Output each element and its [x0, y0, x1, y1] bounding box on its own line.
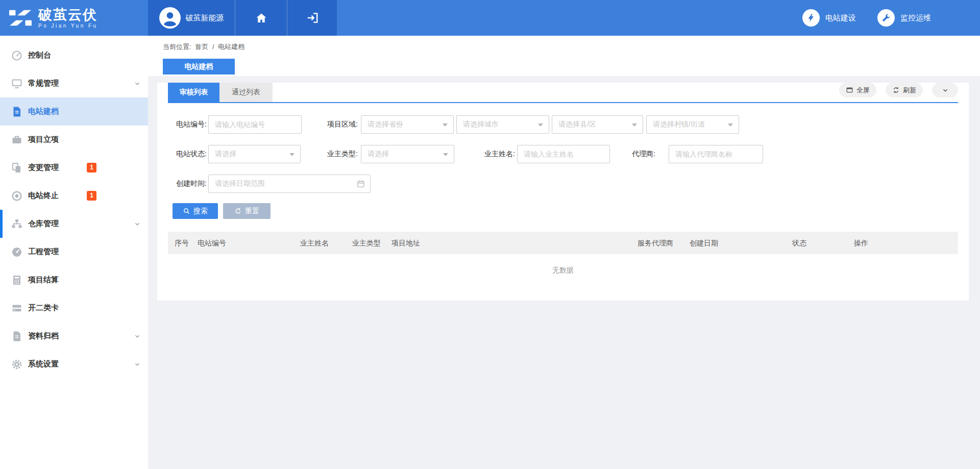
logo-mark-icon	[9, 7, 32, 29]
reset-label: 重置	[245, 207, 259, 216]
dashboard-icon	[11, 50, 23, 62]
sidebar-item-label: 资料归档	[28, 331, 59, 341]
archive-icon	[11, 330, 23, 342]
tab-review-list[interactable]: 审核列表	[168, 83, 219, 102]
search-label: 搜索	[193, 207, 208, 216]
col-owner-name: 业主姓名	[300, 232, 329, 254]
province-select[interactable]: 请选择省份	[361, 115, 454, 134]
fullscreen-icon	[846, 86, 853, 94]
sidebar-item-warehouse-mgmt[interactable]: 仓库管理	[0, 210, 148, 238]
sidebar-item-system-settings[interactable]: 系统设置	[0, 350, 148, 378]
col-address: 项目地址	[391, 232, 420, 254]
lightning-icon	[802, 9, 820, 27]
breadcrumb: 当前位置: 首页 / 电站建档	[163, 42, 980, 52]
date-range-input[interactable]: 请选择日期范围	[208, 175, 371, 193]
sidebar-item-change-mgmt[interactable]: 变更管理 1	[0, 154, 148, 182]
fullscreen-label: 全屏	[856, 86, 870, 95]
logout-button[interactable]	[287, 0, 337, 36]
reset-button[interactable]: 重置	[223, 203, 271, 219]
sidebar-item-general-mgmt[interactable]: 常规管理	[0, 69, 148, 97]
chevron-down-icon	[134, 333, 141, 340]
chevron-down-icon	[134, 361, 141, 368]
col-index: 序号	[175, 232, 189, 254]
home-button[interactable]	[235, 0, 287, 36]
station-terminate-badge: 1	[87, 191, 96, 201]
city-placeholder: 请选择城市	[463, 120, 499, 129]
sidebar-item-label: 控制台	[28, 51, 51, 60]
sidebar-item-project-initiation[interactable]: 项目立项	[0, 126, 148, 154]
city-select[interactable]: 请选择城市	[456, 115, 549, 134]
search-icon	[183, 207, 190, 215]
province-placeholder: 请选择省份	[368, 120, 403, 129]
collapse-button[interactable]	[932, 83, 958, 97]
owner-name-input[interactable]	[517, 145, 610, 163]
tab-bar: 审核列表 通过列表 全屏 刷新	[168, 83, 958, 103]
search-button[interactable]: 搜索	[173, 203, 218, 219]
empty-state: 无数据	[157, 254, 969, 275]
calendar-icon	[356, 179, 365, 188]
sidebar-item-label: 项目结算	[28, 275, 59, 285]
sidebar: 控制台 常规管理 电站建档 项目立项 变更管理 1	[0, 36, 148, 469]
station-status-select[interactable]: 请选择	[208, 145, 301, 163]
card-toolbar: 全屏 刷新	[839, 83, 958, 97]
col-station-no: 电站编号	[198, 232, 226, 254]
breadcrumb-home[interactable]: 首页	[195, 43, 208, 51]
sidebar-item-console[interactable]: 控制台	[0, 41, 148, 69]
town-select[interactable]: 请选择村镇/街道	[646, 115, 739, 134]
refresh-icon	[892, 86, 900, 94]
sitemap-icon	[11, 218, 23, 230]
refresh-button[interactable]: 刷新	[886, 83, 923, 97]
owner-type-placeholder: 请选择	[368, 150, 389, 159]
sidebar-item-label: 电站终止	[28, 191, 59, 201]
owner-type-label: 业主类型:	[301, 150, 358, 159]
owner-type-select[interactable]: 请选择	[361, 145, 454, 163]
user-menu[interactable]: 破茧新能源	[148, 0, 235, 36]
station-status-label: 电站状态:	[168, 150, 207, 159]
change-mgmt-badge: 1	[87, 163, 96, 172]
table-header: 序号 电站编号 业主姓名 业主类型 项目地址 服务代理商 创建日期 状态 操作	[168, 232, 958, 254]
reset-icon	[234, 207, 242, 215]
page-tab-station-archive[interactable]: 电站建档	[163, 59, 235, 75]
tab-passed-list[interactable]: 通过列表	[219, 83, 273, 102]
sidebar-item-label: 开二类卡	[28, 303, 59, 313]
agent-input[interactable]	[669, 145, 763, 163]
chevron-down-icon	[134, 220, 141, 228]
filter-row-1: 电站编号: 项目区域: 请选择省份 请选择城市 请选择县/区 请选择村镇/街道	[168, 115, 958, 134]
gauge-icon	[11, 246, 23, 258]
region-label: 项目区域:	[302, 120, 358, 129]
nav-station-build[interactable]: 电站建设	[802, 9, 856, 27]
sidebar-item-class2-card[interactable]: 开二类卡	[0, 294, 148, 322]
sidebar-item-engineering-mgmt[interactable]: 工程管理	[0, 238, 148, 266]
sidebar-item-station-terminate[interactable]: 电站终止 1	[0, 182, 148, 210]
filter-row-2: 电站状态: 请选择 业主类型: 请选择 业主姓名: 代理商:	[168, 145, 958, 163]
sidebar-item-label: 项目立项	[28, 135, 59, 144]
nav-monitor-ops-label: 监控运维	[900, 13, 931, 23]
main-content: 当前位置: 首页 / 电站建档 电站建档 审核列表 通过列表 全屏	[148, 36, 980, 469]
briefcase-icon	[11, 134, 23, 146]
breadcrumb-current: 电站建档	[218, 43, 244, 51]
files-icon	[11, 162, 23, 174]
logo: 破茧云伏 Po Jian Yun Fu	[0, 0, 148, 36]
sidebar-item-data-archive[interactable]: 资料归档	[0, 322, 148, 350]
login-arrow-icon	[306, 11, 319, 24]
monitor-icon	[11, 78, 23, 90]
sidebar-item-station-archive[interactable]: 电站建档	[0, 97, 148, 126]
sidebar-item-label: 变更管理	[28, 163, 59, 172]
fullscreen-button[interactable]: 全屏	[839, 83, 876, 97]
filter-form: 电站编号: 项目区域: 请选择省份 请选择城市 请选择县/区 请选择村镇/街道 …	[157, 115, 969, 193]
col-actions: 操作	[854, 232, 868, 254]
nav-station-build-label: 电站建设	[825, 13, 856, 23]
filter-row-3: 创建时间: 请选择日期范围	[168, 175, 958, 193]
col-owner-type: 业主类型	[352, 232, 381, 254]
district-select[interactable]: 请选择县/区	[552, 115, 643, 134]
sidebar-item-project-settlement[interactable]: 项目结算	[0, 266, 148, 294]
app-subtitle: Po Jian Yun Fu	[38, 23, 98, 29]
home-icon	[255, 12, 267, 24]
nav-monitor-ops[interactable]: 监控运维	[877, 9, 931, 27]
create-time-label: 创建时间:	[168, 179, 207, 188]
col-agent: 服务代理商	[638, 232, 673, 254]
station-no-input[interactable]	[208, 115, 302, 134]
content-card: 审核列表 通过列表 全屏 刷新	[157, 83, 969, 301]
chevron-down-icon	[942, 87, 949, 94]
filter-actions: 搜索 重置	[157, 203, 969, 219]
